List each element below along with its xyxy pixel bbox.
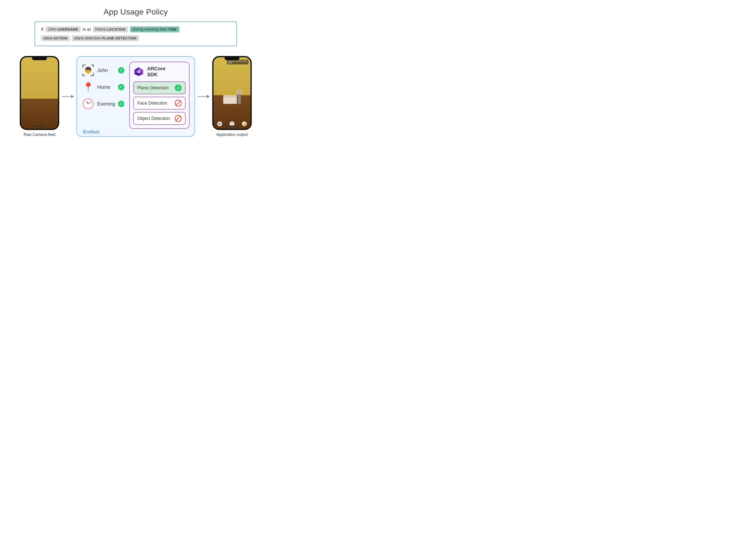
phone-notch-left xyxy=(32,57,47,60)
ar-btn-bell[interactable]: 🔔 xyxy=(242,121,247,126)
john-text: John xyxy=(48,27,57,32)
clock-icon xyxy=(83,98,94,109)
username-badge: John USERNAME xyxy=(45,26,81,32)
sofa-icon xyxy=(223,97,237,104)
right-arrow xyxy=(195,93,212,100)
face-detection-item-label: Face Detection xyxy=(137,101,167,106)
phone-home-bar-right xyxy=(226,125,238,127)
policy-box: If John USERNAME is at Home LOCATION dur… xyxy=(35,21,237,46)
location-badge: Home LOCATION xyxy=(93,26,128,32)
lamp-icon xyxy=(238,93,241,104)
time-badge: during evening then TIME xyxy=(130,26,179,32)
context-item-john: 👦 John ✓ xyxy=(82,64,124,77)
home-text: Home xyxy=(95,27,106,32)
if-text: If xyxy=(41,27,43,32)
detection-face: Face Detection xyxy=(133,97,185,109)
ar-furniture xyxy=(223,93,241,104)
ar-product-info: MODERN STANDING LIGHT $199 xyxy=(227,60,249,64)
evening-check: ✓ xyxy=(118,101,124,107)
clock-hand-minute xyxy=(88,102,92,104)
page-title: App Usage Policy xyxy=(104,7,168,17)
camera-wall xyxy=(21,57,58,100)
policy-row-2: allow ACTION plane detection PLANE DETEC… xyxy=(41,35,231,41)
arcore-box: ARCore SDK Plane Detection ✓ Face Detect… xyxy=(129,62,190,129)
left-phone xyxy=(20,56,59,130)
phone-notch-right xyxy=(224,57,239,60)
object-detection-item-label: Object Detection xyxy=(137,116,170,121)
context-item-evening: Evening ✓ xyxy=(82,98,124,110)
face-detection-block-icon xyxy=(175,100,182,106)
erebus-inner: 👦 John ✓ 📍 Home ✓ xyxy=(82,62,190,129)
erebus-label: Erebus xyxy=(83,129,100,135)
left-phone-label: Raw Camera feed xyxy=(24,133,56,137)
username-label: USERNAME xyxy=(58,27,78,31)
john-context-label: John xyxy=(97,67,115,73)
home-context-label: Home xyxy=(97,84,115,90)
plane-detection-check: ✓ xyxy=(175,84,182,91)
arcore-logo-icon xyxy=(133,66,144,77)
location-label: LOCATION xyxy=(107,27,126,31)
action-label: ACTION xyxy=(53,36,67,40)
left-phone-container: Raw Camera feed xyxy=(20,56,59,137)
right-phone: MODERN STANDING LIGHT $199 🗑 + 🔔 xyxy=(212,56,252,130)
context-panel: 👦 John ✓ 📍 Home ✓ xyxy=(82,62,124,129)
phone-home-bar-left xyxy=(33,125,46,127)
arcore-title: ARCore SDK xyxy=(147,66,165,78)
policy-row-1: If John USERNAME is at Home LOCATION dur… xyxy=(41,26,231,32)
evening-context-label: Evening xyxy=(97,101,115,107)
detection-plane: Plane Detection ✓ xyxy=(133,81,185,94)
home-check: ✓ xyxy=(118,84,124,90)
action-badge: allow ACTION xyxy=(41,35,70,41)
map-pin-icon: 📍 xyxy=(83,83,94,92)
diagram-area: Raw Camera feed 👦 xyxy=(5,56,266,137)
plane-detection-badge: plane detection PLANE DETECTION xyxy=(72,35,139,41)
face-emoji: 👦 xyxy=(84,66,92,74)
svg-marker-1 xyxy=(71,95,74,98)
left-arrow xyxy=(59,93,77,100)
erebus-box: 👦 John ✓ 📍 Home ✓ xyxy=(77,56,195,137)
ar-btn-trash[interactable]: 🗑 xyxy=(217,121,222,126)
plane-detection-label: PLANE DETECTION xyxy=(102,36,137,40)
ar-screen: MODERN STANDING LIGHT $199 🗑 + 🔔 xyxy=(214,57,251,129)
evening-text: during evening then xyxy=(133,27,167,32)
plane-detection-item-label: Plane Detection xyxy=(137,85,169,91)
object-detection-block-icon xyxy=(175,115,182,122)
right-phone-label: Application output xyxy=(216,133,248,137)
camera-floor xyxy=(21,99,58,129)
detection-object: Object Detection xyxy=(133,112,185,125)
ar-product-price: $199 xyxy=(228,62,247,64)
time-label: TIME xyxy=(168,27,177,31)
face-icon-container: 👦 xyxy=(82,64,94,77)
svg-marker-12 xyxy=(207,95,210,98)
pin-icon-container: 📍 xyxy=(82,81,94,93)
plane-text: plane detection xyxy=(74,36,101,40)
context-item-home: 📍 Home ✓ xyxy=(82,81,124,93)
face-scan-frame: 👦 xyxy=(82,65,94,76)
clock-icon-container xyxy=(82,98,94,110)
right-phone-container: MODERN STANDING LIGHT $199 🗑 + 🔔 Applica… xyxy=(212,56,252,137)
allow-text: allow xyxy=(43,36,52,40)
camera-screen xyxy=(21,57,58,129)
john-check: ✓ xyxy=(118,67,124,74)
arcore-header: ARCore SDK xyxy=(133,66,185,78)
isat-text: is at xyxy=(83,27,91,32)
